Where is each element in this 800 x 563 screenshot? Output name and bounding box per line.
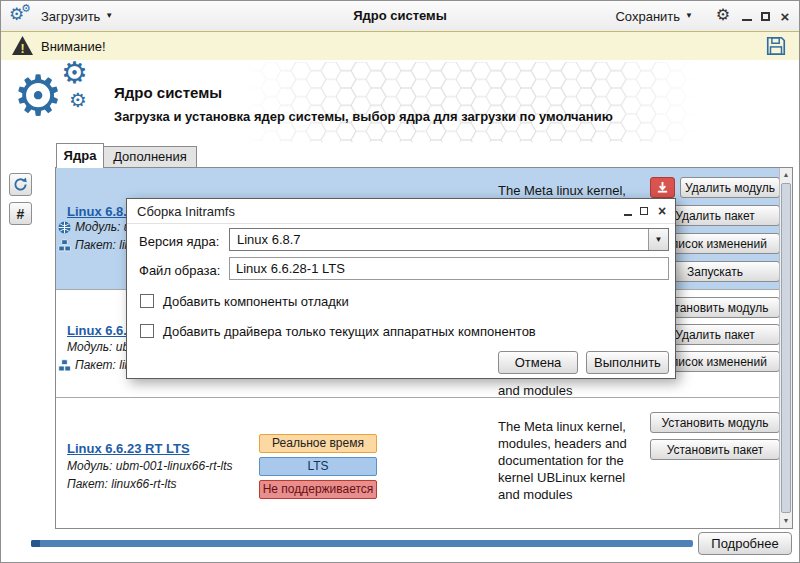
save-file-button[interactable] — [765, 35, 787, 57]
execute-button[interactable]: Выполнить — [586, 351, 669, 374]
scroll-down-button[interactable]: ▼ — [780, 514, 792, 528]
save-menu-button[interactable]: Сохранить ▼ — [609, 1, 699, 31]
scroll-up-button[interactable]: ▲ — [780, 168, 792, 182]
dialog-title: Сборка Initramfs — [137, 204, 235, 219]
dialog-maximize-button[interactable] — [637, 204, 651, 218]
download-icon — [656, 181, 669, 194]
module-installed-icon — [58, 221, 71, 234]
minimize-button[interactable] — [739, 8, 755, 24]
tab-kernels[interactable]: Ядра — [56, 143, 104, 168]
chevron-down-icon[interactable]: ▼ — [648, 229, 668, 250]
app-logo-icon: ⚙ ⚙ — [9, 4, 35, 28]
kernel-description: The Meta linux kernel, modules, headers … — [498, 418, 650, 503]
hexagon-pattern — [246, 62, 696, 142]
app-window: ⚙ ⚙ Загрузить ▼ Ядро системы Сохранить ▼… — [0, 0, 800, 563]
save-menu-label: Сохранить — [615, 9, 680, 24]
load-menu-label: Загрузить — [41, 9, 100, 24]
package-installed-icon — [58, 359, 71, 372]
gear-icon: ⚙ — [69, 90, 87, 110]
hash-icon: # — [17, 206, 25, 222]
refresh-icon — [13, 177, 28, 192]
debug-components-checkbox[interactable] — [140, 294, 154, 308]
titlebar: ⚙ ⚙ Загрузить ▼ Ядро системы Сохранить ▼… — [1, 1, 799, 31]
gear-icon: ⚙ — [716, 7, 730, 23]
image-file-label: Файл образа: — [139, 263, 220, 278]
chevron-down-icon: ▼ — [105, 12, 113, 20]
hash-button[interactable]: # — [9, 202, 32, 225]
close-icon: × — [781, 9, 790, 24]
cancel-button[interactable]: Отмена — [498, 351, 578, 374]
image-file-input[interactable] — [229, 257, 669, 280]
gear-icon: ⚙ — [13, 68, 63, 124]
svg-text:!: ! — [20, 42, 24, 56]
warning-icon: ! — [11, 35, 34, 56]
minimize-icon — [742, 19, 752, 21]
refresh-button[interactable] — [9, 173, 32, 196]
close-icon: × — [658, 203, 666, 219]
install-package-button[interactable]: Установить пакет — [650, 439, 780, 460]
module-row: Модуль: ubm-001-linux66-rt-lts — [67, 459, 233, 473]
progress-chunk — [31, 540, 40, 547]
install-module-button[interactable]: Установить модуль — [650, 412, 780, 433]
badge-unsupported: Не поддерживается — [259, 480, 377, 499]
maximize-button[interactable] — [757, 8, 773, 24]
module-label: Модуль: ubm-001-linux66-rt-lts — [67, 459, 233, 473]
current-drivers-label[interactable]: Добавить драйвера только текущих аппарат… — [163, 324, 536, 339]
maximize-icon — [640, 207, 648, 215]
package-installed-icon — [58, 239, 71, 252]
details-button[interactable]: Подробнее — [698, 532, 792, 555]
progress-bar — [31, 540, 693, 547]
load-menu-button[interactable]: Загрузить ▼ — [35, 1, 119, 31]
gears-icon: ⚙ ⚙ ⚙ — [13, 60, 113, 143]
kernel-item-linux-6-6-23-rt[interactable]: Linux 6.6.23 RT LTS Модуль: ubm-001-linu… — [56, 398, 780, 528]
warning-bar: ! Внимание! — [1, 31, 799, 61]
close-button[interactable]: × — [777, 8, 793, 24]
page-subtitle: Загрузка и установка ядер системы, выбор… — [114, 109, 613, 124]
settings-button[interactable]: ⚙ — [715, 7, 731, 23]
initramfs-dialog: Сборка Initramfs × Версия ядра: Linux 6.… — [126, 198, 676, 379]
page-title: Ядро системы — [114, 84, 222, 101]
badge-lts: LTS — [259, 457, 377, 476]
delete-module-button[interactable]: Удалить модуль — [680, 177, 780, 198]
kernel-title-link[interactable]: Linux 6.8.7 — [67, 204, 134, 219]
tab-addons[interactable]: Дополнения — [103, 146, 197, 168]
gear-icon: ⚙ — [21, 3, 31, 14]
debug-components-label[interactable]: Добавить компоненты отладки — [163, 294, 349, 309]
badge-realtime: Реальное время — [259, 434, 377, 453]
download-initramfs-button[interactable] — [650, 177, 675, 198]
package-label: Пакет: linux66-rt-lts — [67, 477, 177, 491]
kernel-version-select[interactable]: Linux 6.8.7 ▼ — [229, 228, 669, 251]
minimize-icon — [624, 214, 632, 216]
kernel-version-value: Linux 6.8.7 — [237, 229, 301, 250]
gear-icon: ⚙ — [61, 60, 88, 88]
dialog-titlebar: Сборка Initramfs × — [127, 199, 675, 224]
dialog-minimize-button[interactable] — [621, 204, 635, 218]
maximize-icon — [761, 12, 770, 21]
kernel-version-label: Версия ядра: — [139, 234, 219, 249]
vertical-scrollbar[interactable]: ▲ ▼ — [779, 168, 792, 528]
page-header: ⚙ ⚙ ⚙ Ядро системы Загрузка и установка … — [1, 60, 799, 143]
dialog-close-button[interactable]: × — [655, 204, 669, 218]
chevron-down-icon: ▼ — [685, 12, 693, 20]
warning-text: Внимание! — [41, 39, 106, 54]
package-row: Пакет: linux66-rt-lts — [67, 477, 177, 491]
scroll-thumb[interactable] — [781, 183, 791, 513]
current-drivers-checkbox[interactable] — [140, 324, 154, 338]
kernel-title-link[interactable]: Linux 6.6.23 RT LTS — [67, 441, 190, 456]
